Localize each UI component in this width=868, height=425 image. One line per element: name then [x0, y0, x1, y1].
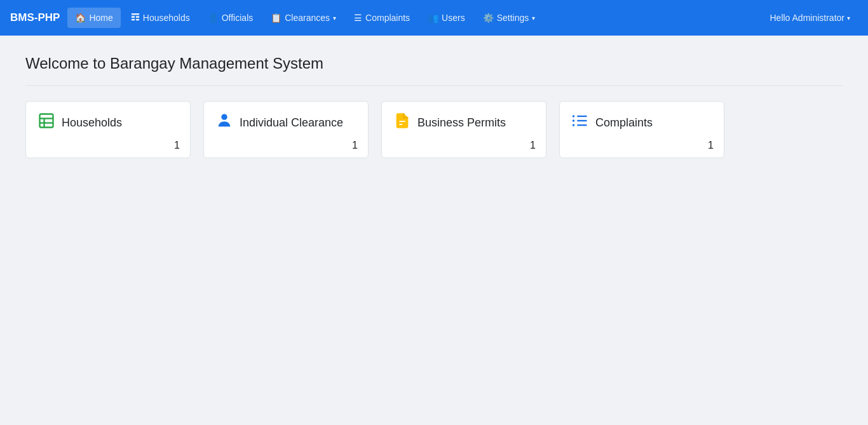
clearance-card-title: Individual Clearance	[240, 116, 343, 130]
complaints-card-icon	[571, 112, 589, 134]
user-nav-icon: 👤	[208, 13, 219, 23]
gear-nav-icon: ⚙️	[483, 13, 494, 23]
svg-rect-3	[132, 18, 135, 20]
clearance-card-icon	[215, 112, 233, 134]
nav-settings[interactable]: ⚙️ Settings ▾	[475, 8, 543, 28]
main-content: Welcome to Barangay Management System Ho…	[0, 36, 868, 177]
user-dropdown-arrow: ▾	[847, 15, 850, 22]
list-nav-icon: ☰	[354, 13, 362, 23]
table-nav-icon	[131, 13, 140, 24]
nav-clearances[interactable]: 📋 Clearances ▾	[263, 8, 344, 28]
nav-officials[interactable]: 👤 Officials	[200, 8, 261, 28]
settings-dropdown-arrow: ▾	[532, 15, 535, 22]
card-households[interactable]: Households 1	[25, 101, 191, 158]
permits-card-title: Business Permits	[417, 116, 506, 130]
card-complaints-header: Complaints	[571, 112, 712, 134]
svg-rect-0	[132, 13, 139, 15]
card-complaints[interactable]: Complaints 1	[559, 101, 724, 158]
clearance-card-count: 1	[352, 140, 358, 151]
card-business-permits[interactable]: Business Permits 1	[381, 101, 546, 158]
title-divider	[25, 85, 843, 86]
card-households-header: Households	[37, 112, 179, 134]
card-permits-header: Business Permits	[393, 112, 534, 134]
users-nav-icon: 👥	[428, 13, 438, 23]
cards-row: Households 1 Individual Clearance 1	[25, 101, 843, 158]
svg-rect-1	[132, 16, 135, 18]
nav-user[interactable]: Hello Administrator ▾	[763, 8, 858, 28]
complaints-card-count: 1	[708, 140, 714, 151]
card-clearance-header: Individual Clearance	[215, 112, 356, 134]
page-title: Welcome to Barangay Management System	[25, 55, 843, 72]
clearances-dropdown-arrow: ▾	[333, 15, 336, 22]
card-individual-clearance[interactable]: Individual Clearance 1	[203, 101, 369, 158]
nav-home[interactable]: 🏠 Home	[67, 8, 120, 28]
nav-complaints[interactable]: ☰ Complaints	[346, 8, 417, 28]
nav-brand[interactable]: BMS-PHP	[10, 11, 60, 24]
households-card-title: Households	[62, 116, 122, 130]
households-card-count: 1	[174, 140, 180, 151]
svg-rect-2	[136, 16, 139, 18]
permits-card-count: 1	[530, 140, 536, 151]
nav-users[interactable]: 👥 Users	[420, 8, 473, 28]
nav-households[interactable]: Households	[123, 8, 198, 29]
permits-card-icon	[393, 112, 411, 134]
svg-rect-5	[40, 114, 53, 128]
households-card-icon	[37, 112, 55, 134]
nav-right: Hello Administrator ▾	[763, 8, 858, 28]
document-nav-icon: 📋	[271, 13, 281, 23]
home-icon: 🏠	[75, 13, 86, 23]
navbar: BMS-PHP 🏠 Home Households 👤 Officials 📋 …	[0, 0, 868, 36]
svg-point-9	[221, 114, 227, 120]
complaints-card-title: Complaints	[595, 116, 653, 130]
svg-rect-4	[136, 18, 139, 20]
